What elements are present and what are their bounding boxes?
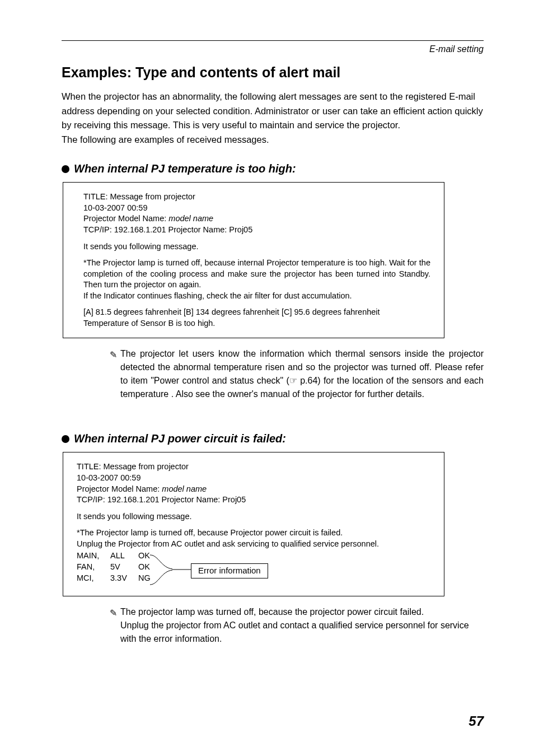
header-section-label: E-mail setting [62, 44, 484, 54]
note-icon: ✎ [110, 348, 117, 401]
msg-model-line: Projector Model Name: model name [83, 213, 430, 225]
msg-date-line: 10-03-2007 00:59 [77, 473, 430, 484]
section1-heading-text: When internal PJ temperature is too high… [74, 162, 296, 175]
msg-temp-line: [A] 81.5 degrees fahrenheit [B] 134 degr… [83, 307, 430, 318]
msg-model-line: Projector Model Name: model name [77, 484, 430, 495]
intro-paragraph: When the projector has an abnormality, t… [62, 90, 484, 147]
section2-note: ✎ The projector lamp was turned off, bec… [110, 605, 484, 646]
bullet-icon [62, 165, 69, 173]
msg-sends-line: It sends you following message. [83, 241, 430, 253]
table-cell: ALL [110, 550, 138, 562]
section1-heading: When internal PJ temperature is too high… [62, 162, 484, 175]
msg-tcpip-line: TCP/IP: 192.168.1.201 Projector Name: Pr… [83, 225, 430, 236]
note-icon: ✎ [110, 606, 117, 646]
table-cell: MCI, [77, 573, 110, 584]
section1-note: ✎ The projector let users know the infor… [110, 347, 484, 401]
page-number: 57 [469, 713, 484, 729]
section2-note-text: The projector lamp was turned off, becau… [120, 605, 484, 646]
msg-body1: *The Projector lamp is turned off, becau… [83, 258, 430, 291]
section2-heading: When internal PJ power circuit is failed… [62, 432, 484, 445]
section2-heading-text: When internal PJ power circuit is failed… [74, 432, 286, 445]
msg-title-line: TITLE: Message from projector [83, 192, 430, 203]
error-info-callout: Error information [191, 563, 268, 578]
msg-body1: *The Projector lamp is turned off, becau… [77, 528, 430, 539]
msg-body2: Unplug the Projector from AC outlet and … [77, 539, 430, 550]
table-cell: FAN, [77, 562, 110, 573]
msg-tcpip-line: TCP/IP: 192.168.1.201 Projector Name: Pr… [77, 494, 430, 506]
section2-message-box: TITLE: Message from projector 10-03-2007… [63, 452, 444, 596]
msg-sends-line: It sends you following message. [77, 511, 430, 522]
section1-note-text: The projector let users know the informa… [120, 347, 484, 401]
msg-body2: If the Indicator continues flashing, che… [83, 291, 430, 302]
msg-date-line: 10-03-2007 00:59 [83, 203, 430, 214]
msg-temp-sensor: Temperature of Sensor B is too high. [83, 318, 430, 329]
page-title: Examples: Type and contents of alert mai… [62, 64, 484, 81]
bullet-icon [62, 435, 69, 443]
top-rule [62, 40, 484, 41]
table-cell: 5V [110, 562, 138, 573]
section1-message-box: TITLE: Message from projector 10-03-2007… [63, 182, 444, 338]
table-cell: 3.3V [110, 573, 138, 584]
table-cell: MAIN, [77, 550, 110, 562]
msg-title-line: TITLE: Message from projector [77, 461, 430, 473]
